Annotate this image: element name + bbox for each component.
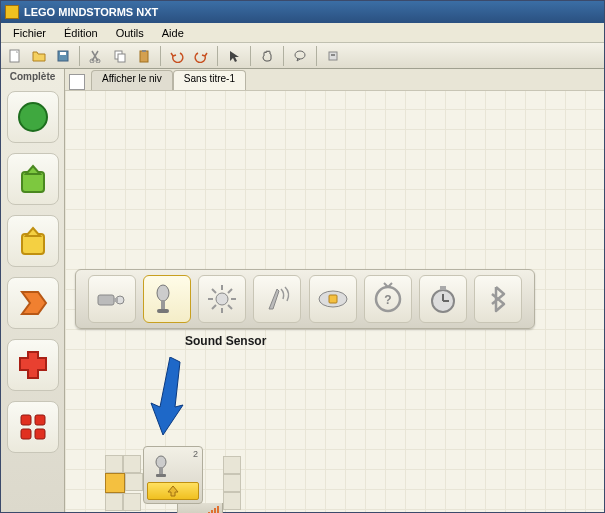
redo-button[interactable] (190, 45, 212, 67)
microphone-icon (150, 453, 178, 481)
menu-help[interactable]: Aide (154, 25, 192, 41)
menu-edit[interactable]: Édition (56, 25, 106, 41)
menubar: Fichier Édition Outils Aide (1, 23, 604, 43)
svg-line-33 (212, 305, 216, 309)
svg-point-25 (216, 293, 228, 305)
bluetooth-icon[interactable] (474, 275, 522, 323)
svg-rect-39 (440, 286, 446, 290)
svg-rect-19 (98, 295, 114, 305)
touch-sensor-icon[interactable] (88, 275, 136, 323)
menu-tools[interactable]: Outils (108, 25, 152, 41)
window-title: LEGO MINDSTORMS NXT (24, 6, 158, 18)
menu-file[interactable]: Fichier (5, 25, 54, 41)
palette-flow-icon[interactable] (7, 277, 59, 329)
toolbar-divider (160, 46, 161, 66)
signal-icon (208, 506, 219, 513)
paste-button[interactable] (133, 45, 155, 67)
toolbar-divider (316, 46, 317, 66)
toolbar-divider (283, 46, 284, 66)
block-port-number: 2 (193, 449, 198, 459)
open-file-button[interactable] (28, 45, 50, 67)
sound-sensor-icon[interactable] (143, 275, 191, 323)
svg-rect-15 (21, 415, 31, 425)
block-data-hub[interactable] (177, 503, 223, 513)
svg-rect-7 (140, 51, 148, 62)
svg-point-9 (295, 51, 305, 59)
download-button[interactable] (322, 45, 344, 67)
block-highlight (147, 482, 199, 500)
toolbar-divider (217, 46, 218, 66)
app-icon (5, 5, 19, 19)
nxt-buttons-icon[interactable] (309, 275, 357, 323)
svg-rect-16 (35, 415, 45, 425)
light-sensor-icon[interactable] (198, 275, 246, 323)
rotation-sensor-icon[interactable]: ? (364, 275, 412, 323)
svg-rect-24 (157, 309, 169, 313)
comment-tool-button[interactable] (289, 45, 311, 67)
beam-cell (125, 473, 143, 491)
svg-rect-8 (142, 50, 146, 52)
palette-advanced-icon[interactable] (7, 401, 59, 453)
workspace: Complète Afficher le niv Sans titre-1 ? (1, 69, 604, 512)
tab-1[interactable]: Afficher le niv (91, 70, 173, 90)
timer-icon[interactable] (419, 275, 467, 323)
svg-point-22 (157, 285, 169, 301)
palette-title: Complète (10, 71, 56, 82)
svg-point-42 (156, 456, 166, 468)
svg-point-12 (19, 103, 47, 131)
titlebar: LEGO MINDSTORMS NXT (1, 1, 604, 23)
arrow-icon (135, 357, 185, 435)
app-window: LEGO MINDSTORMS NXT Fichier Édition Outi… (0, 0, 605, 513)
toolbar-divider (79, 46, 80, 66)
beam-cell (223, 456, 241, 474)
svg-rect-43 (159, 467, 163, 475)
sensor-flyout: ? (75, 269, 535, 329)
beam-cell (105, 493, 123, 511)
start-beam-icon[interactable] (105, 473, 125, 493)
palette-action-icon[interactable] (7, 153, 59, 205)
toolbar-divider (250, 46, 251, 66)
svg-rect-21 (114, 298, 118, 302)
svg-rect-11 (331, 54, 335, 56)
ultrasonic-sensor-icon[interactable] (253, 275, 301, 323)
sequence-beam: 2 (105, 446, 241, 513)
tab-home-icon[interactable] (69, 74, 85, 90)
canvas[interactable]: Afficher le niv Sans titre-1 ? Sound Sen… (65, 69, 604, 512)
svg-rect-6 (118, 54, 125, 62)
palette-common-icon[interactable] (7, 91, 59, 143)
undo-button[interactable] (166, 45, 188, 67)
pan-tool-button[interactable] (256, 45, 278, 67)
svg-line-32 (228, 289, 232, 293)
sensor-label: Sound Sensor (185, 334, 266, 348)
svg-text:?: ? (384, 293, 391, 307)
beam-cell (223, 492, 241, 510)
svg-rect-17 (21, 429, 31, 439)
save-button[interactable] (52, 45, 74, 67)
copy-button[interactable] (109, 45, 131, 67)
new-file-button[interactable] (4, 45, 26, 67)
pointer-tool-button[interactable] (223, 45, 245, 67)
cut-button[interactable] (85, 45, 107, 67)
svg-rect-35 (329, 295, 337, 303)
beam-cell (105, 455, 123, 473)
svg-line-30 (212, 289, 216, 293)
svg-rect-2 (60, 52, 66, 55)
palette-data-icon[interactable] (7, 339, 59, 391)
palette-sensor-icon[interactable] (7, 215, 59, 267)
tab-bar: Afficher le niv Sans titre-1 (65, 69, 604, 91)
beam-cell (123, 493, 141, 511)
palette: Complète (1, 69, 65, 512)
beam-cell (123, 455, 141, 473)
tab-2[interactable]: Sans titre-1 (173, 70, 246, 90)
arrow-up-icon (166, 485, 180, 497)
beam-cell (223, 474, 241, 492)
svg-rect-18 (35, 429, 45, 439)
svg-line-31 (228, 305, 232, 309)
sound-sensor-block[interactable]: 2 (143, 446, 223, 513)
svg-rect-23 (161, 300, 165, 310)
toolbar (1, 43, 604, 69)
svg-rect-44 (156, 474, 166, 477)
